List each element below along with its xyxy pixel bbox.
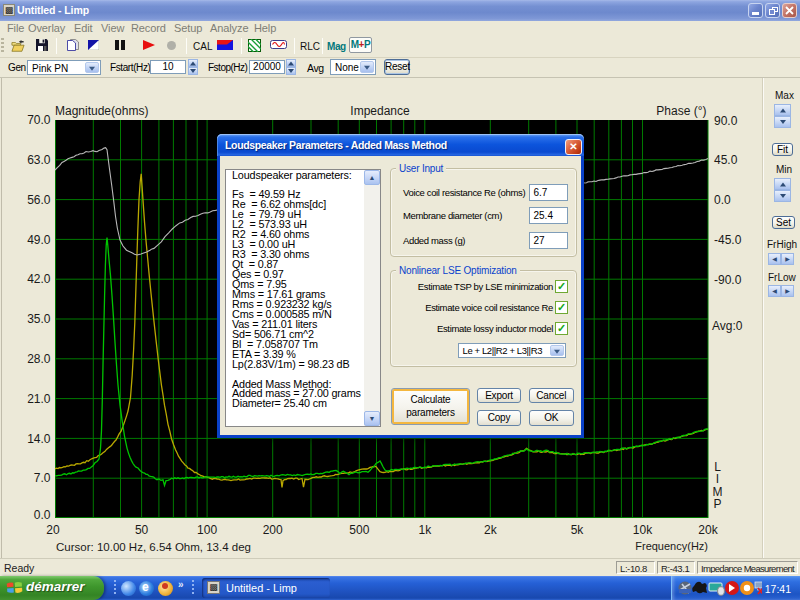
svg-text:0.0: 0.0	[34, 508, 51, 522]
svg-text:Impedance: Impedance	[350, 104, 410, 118]
svg-text:20: 20	[46, 523, 60, 537]
svg-text:42.0: 42.0	[27, 272, 51, 286]
svg-text:28.0: 28.0	[27, 352, 51, 366]
svg-text:90.0: 90.0	[714, 114, 738, 128]
svg-text:P: P	[713, 497, 721, 511]
svg-text:14.0: 14.0	[27, 432, 51, 446]
svg-text:70.0: 70.0	[27, 113, 51, 127]
svg-text:20k: 20k	[698, 523, 718, 537]
svg-text:7.0: 7.0	[34, 471, 51, 485]
svg-text:Cursor: 10.00 Hz, 6.54 Ohm, 13: Cursor: 10.00 Hz, 6.54 Ohm, 13.4 deg	[56, 541, 251, 553]
svg-text:10k: 10k	[633, 523, 653, 537]
svg-text:1k: 1k	[418, 523, 432, 537]
svg-text:0.0: 0.0	[714, 193, 731, 207]
svg-text:Phase (°): Phase (°)	[656, 104, 706, 118]
svg-text:63.0: 63.0	[27, 153, 51, 167]
svg-text:21.0: 21.0	[27, 392, 51, 406]
svg-text:2k: 2k	[484, 523, 498, 537]
svg-text:-90.0: -90.0	[714, 273, 742, 287]
svg-text:500: 500	[349, 523, 369, 537]
svg-text:35.0: 35.0	[27, 312, 51, 326]
svg-text:5k: 5k	[571, 523, 585, 537]
svg-text:Magnitude(ohms): Magnitude(ohms)	[55, 104, 148, 118]
svg-text:Avg:0: Avg:0	[712, 319, 743, 333]
svg-text:200: 200	[263, 523, 283, 537]
svg-text:49.0: 49.0	[27, 233, 51, 247]
svg-text:Frequency(Hz): Frequency(Hz)	[635, 540, 708, 552]
svg-text:45.0: 45.0	[714, 153, 738, 167]
svg-text:100: 100	[197, 523, 217, 537]
svg-text:50: 50	[135, 523, 149, 537]
svg-text:-45.0: -45.0	[714, 233, 742, 247]
svg-text:56.0: 56.0	[27, 193, 51, 207]
